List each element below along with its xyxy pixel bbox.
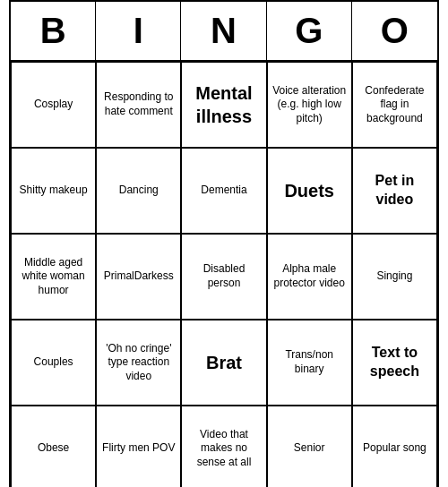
- bingo-cell: PrimalDarkess: [96, 234, 181, 320]
- bingo-cell: Shitty makeup: [11, 148, 96, 234]
- bingo-cell: Cosplay: [11, 62, 96, 148]
- bingo-cell: Couples: [11, 320, 96, 406]
- bingo-cell: Trans/non binary: [267, 320, 352, 406]
- bingo-cell: 'Oh no cringe' type reaction video: [96, 320, 181, 406]
- bingo-cell: Dancing: [96, 148, 181, 234]
- bingo-cell: Disabled person: [181, 234, 266, 320]
- header-letter: N: [181, 2, 266, 60]
- bingo-cell: Popular song: [352, 406, 437, 487]
- bingo-cell: Duets: [267, 148, 352, 234]
- header-letter: I: [96, 2, 181, 60]
- bingo-cell: Voice alteration (e.g. high low pitch): [267, 62, 352, 148]
- bingo-cell: Dementia: [181, 148, 266, 234]
- bingo-cell: Senior: [267, 406, 352, 487]
- bingo-cell: Obese: [11, 406, 96, 487]
- bingo-cell: Text to speech: [352, 320, 437, 406]
- bingo-header: BINGO: [11, 2, 437, 62]
- bingo-card: BINGO CosplayResponding to hate commentM…: [9, 0, 439, 487]
- bingo-cell: Responding to hate comment: [96, 62, 181, 148]
- header-letter: B: [11, 2, 96, 60]
- bingo-grid: CosplayResponding to hate commentMental …: [11, 62, 437, 487]
- header-letter: G: [267, 2, 352, 60]
- bingo-cell: Pet in video: [352, 148, 437, 234]
- bingo-cell: Middle aged white woman humor: [11, 234, 96, 320]
- bingo-cell: Confederate flag in background: [352, 62, 437, 148]
- bingo-cell: Brat: [181, 320, 266, 406]
- bingo-cell: Flirty men POV: [96, 406, 181, 487]
- bingo-cell: Mental illness: [181, 62, 266, 148]
- bingo-cell: Alpha male protector video: [267, 234, 352, 320]
- bingo-cell: Singing: [352, 234, 437, 320]
- bingo-cell: Video that makes no sense at all: [181, 406, 266, 487]
- header-letter: O: [352, 2, 437, 60]
